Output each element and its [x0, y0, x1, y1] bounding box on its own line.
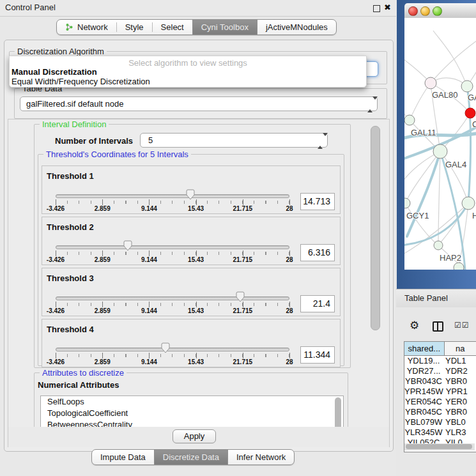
zoom-traffic-light[interactable] — [433, 6, 442, 16]
table-panel-title: Table Panel — [404, 293, 448, 303]
table-rows: YDL19...YDL1YDR27...YDR2YBR043CYBR0YPR14… — [404, 356, 476, 448]
table-row[interactable]: YDR27...YDR2 — [404, 366, 476, 376]
threshold-slider-track[interactable] — [56, 348, 289, 351]
table-row[interactable]: YBL079WYBL0 — [404, 417, 476, 427]
list-item[interactable]: SelfLoops — [41, 396, 343, 408]
table-header-name[interactable]: na — [445, 342, 476, 355]
threshold-slider-thumb[interactable] — [235, 291, 245, 303]
tab-cyni-toolbox[interactable]: Cyni Toolbox — [192, 20, 257, 35]
threshold-label: Threshold 2 — [47, 222, 94, 232]
slider-minor-ticks — [56, 354, 289, 357]
threshold-slider-thumb[interactable] — [185, 189, 196, 201]
threshold-value-field[interactable]: 11.344 — [300, 346, 335, 364]
slider-minor-ticks — [56, 252, 289, 255]
threshold-label: Threshold 3 — [47, 273, 94, 283]
threshold-slider-thumb[interactable] — [160, 342, 171, 354]
close-icon[interactable]: ✖ — [384, 3, 391, 12]
table-data-combobox-value: galFiltered.sif default node — [26, 99, 123, 109]
network-node-gcy1[interactable] — [404, 198, 410, 208]
tab-infer-network[interactable]: Infer Network — [228, 450, 294, 464]
threshold-slider-track[interactable] — [56, 296, 289, 300]
tab-impute-data[interactable]: Impute Data — [92, 450, 154, 464]
number-of-intervals-label: Number of Intervals — [55, 136, 133, 146]
slider-minor-ticks — [56, 201, 289, 204]
network-canvas[interactable]: GAL80GACGAL11GAL4GCY1HHAP2 — [404, 18, 476, 270]
vertical-scrollbar[interactable] — [371, 126, 380, 330]
tab-network[interactable]: Network — [57, 20, 116, 35]
app-root: Control Panel ✖ NetworkStyleSelectCyni T… — [0, 0, 476, 476]
table-panel-body: ⚙ ☑☑ shared... na YDL19...YDL1YDR27...YD… — [396, 307, 476, 476]
settings-scroll-viewport: Interval Definition Number of Intervals … — [8, 119, 390, 428]
network-node-hap2[interactable] — [434, 241, 443, 250]
slider-tick-labels: -3.4262.8599.14415.4321.71528 — [56, 205, 289, 213]
threshold-panel: Threshold 1 -3.4262.8599.14415.4321.7152… — [42, 165, 341, 214]
node-label-gal80: GAL80 — [432, 90, 457, 100]
numerical-attributes-heading: Numerical Attributes — [38, 380, 119, 390]
close-traffic-light[interactable] — [408, 6, 418, 16]
tab-jactivemnodules[interactable]: jActiveMNodules — [257, 20, 336, 35]
slider-tick-labels: -3.4262.8599.14415.4321.71528 — [56, 307, 289, 315]
algorithm-dropdown-popup: Select algorithm to view settings Manual… — [9, 56, 367, 88]
node-label-gcy1: GCY1 — [406, 211, 429, 220]
tab-label: jActiveMNodules — [266, 22, 328, 32]
threshold-panel: Threshold 3 -3.4262.8599.14415.4321.7152… — [42, 268, 341, 316]
table-row[interactable]: YDL19...YDL1 — [404, 356, 476, 366]
spinner-arrows-icon — [318, 136, 323, 146]
node-label-gal11: GAL11 — [411, 128, 436, 137]
threshold-slider-track[interactable] — [56, 194, 289, 198]
threshold-value-field[interactable]: 14.713 — [300, 193, 335, 210]
table-row[interactable]: YPR145WYPR1 — [404, 387, 476, 397]
thresholds-container: Threshold 1 -3.4262.8599.14415.4321.7152… — [42, 165, 341, 370]
threshold-value-field[interactable]: 6.316 — [300, 244, 335, 261]
list-item[interactable]: TopologicalCoefficient — [41, 408, 343, 419]
tab-label: Impute Data — [100, 452, 146, 462]
network-node-top-right[interactable] — [461, 81, 473, 92]
attribute-list-scrollbar[interactable] — [335, 397, 341, 428]
threshold-slider-track[interactable] — [56, 245, 289, 249]
slider-minor-ticks — [56, 303, 289, 306]
settings-gear-icon[interactable]: ⚙ — [410, 319, 419, 332]
tab-label: Style — [125, 22, 144, 32]
group-title-discretization: Discretization Algorithm — [15, 47, 107, 56]
minimize-traffic-light[interactable] — [420, 6, 430, 16]
slider-tick-labels: -3.4262.8599.14415.4321.71528 — [56, 358, 289, 366]
dropdown-placeholder-option[interactable]: Select algorithm to view settings — [10, 58, 366, 68]
threshold-value-field[interactable]: 21.4 — [300, 295, 335, 312]
tab-select[interactable]: Select — [153, 20, 192, 35]
node-label-right-mid: H — [472, 211, 476, 220]
table-row[interactable]: YER054CYER0 — [404, 397, 476, 407]
network-node-gal80[interactable] — [425, 77, 436, 89]
tab-style[interactable]: Style — [117, 20, 152, 35]
table-horizontal-scrollbar[interactable] — [404, 443, 475, 450]
float-window-icon[interactable] — [373, 5, 380, 12]
network-node-gal11[interactable] — [404, 115, 415, 125]
network-node-gal4[interactable] — [433, 144, 447, 158]
table-row[interactable]: YLR345WYLR3 — [404, 427, 476, 438]
threshold-slider-thumb[interactable] — [123, 240, 133, 252]
network-node-bottom-partial[interactable] — [454, 263, 464, 270]
table-data-combobox[interactable]: galFiltered.sif default node — [20, 96, 378, 111]
node-label-hap2: HAP2 — [440, 253, 461, 263]
tab-discretize-data[interactable]: Discretize Data — [154, 450, 228, 464]
network-svg: GAL80GACGAL11GAL4GCY1HHAP2 — [404, 18, 476, 270]
attribute-list[interactable]: SelfLoopsTopologicalCoefficientBetweenne… — [40, 395, 344, 428]
table-header-shared[interactable]: shared... — [404, 342, 445, 355]
slider-tick-labels: -3.4262.8599.14415.4321.71528 — [56, 256, 289, 264]
split-columns-icon[interactable] — [433, 321, 443, 332]
control-panel-titlebar: Control Panel — [0, 0, 396, 17]
checkbox-columns-icon[interactable]: ☑☑ — [454, 321, 470, 330]
number-of-intervals-value: 5 — [148, 135, 153, 145]
table-row[interactable]: YBR045CYBR0 — [404, 407, 476, 417]
node-label-red-node: C — [472, 119, 476, 129]
top-tabs: NetworkStyleSelectCyni ToolboxjActiveMNo… — [56, 19, 337, 35]
tab-label: Cyni Toolbox — [201, 22, 249, 32]
network-node-right-mid[interactable] — [462, 197, 475, 210]
right-region: GAL80GACGAL11GAL4GCY1HHAP2 Table Panel ⚙… — [396, 0, 476, 476]
dropdown-option-manual-discretization[interactable]: Manual Discretization — [12, 67, 97, 77]
number-of-intervals-spinner[interactable]: 5 — [140, 133, 328, 148]
apply-button[interactable]: Apply — [173, 429, 216, 443]
network-node-red-node[interactable] — [465, 108, 475, 118]
network-window-titlebar[interactable] — [404, 3, 476, 19]
table-row[interactable]: YBR043CYBR0 — [404, 376, 476, 387]
dropdown-option-equal-width[interactable]: Equal Width/Frequency Discretization — [12, 77, 150, 86]
